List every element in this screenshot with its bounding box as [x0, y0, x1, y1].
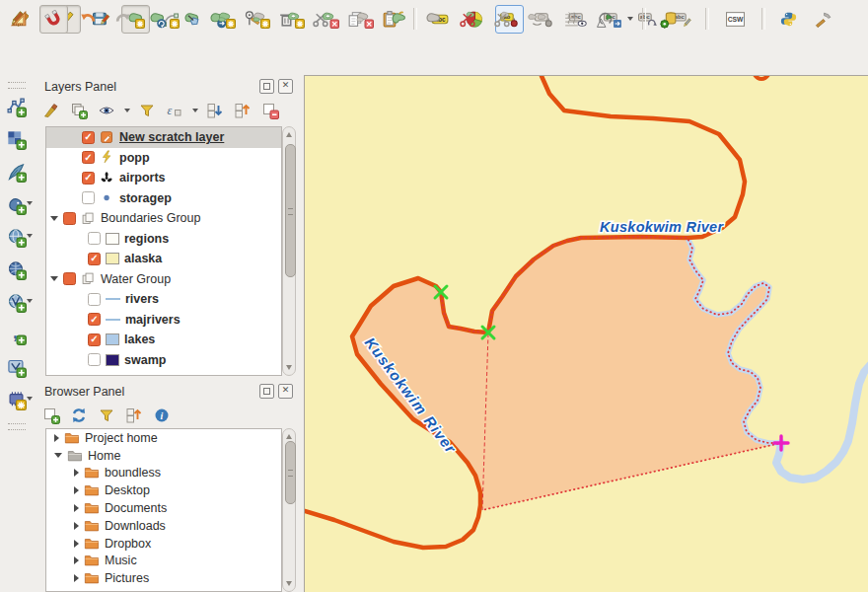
expand-arrow-icon[interactable]	[74, 556, 79, 564]
reshape-features-button[interactable]	[385, 5, 413, 34]
layer-checkbox[interactable]	[88, 232, 101, 245]
layers-panel-close-button[interactable]: ✕	[278, 79, 293, 94]
browser-item[interactable]: boundless	[46, 465, 281, 482]
layer-checkbox[interactable]	[82, 172, 95, 185]
expand-arrow-icon[interactable]	[50, 216, 58, 221]
layer-row[interactable]: storagep	[46, 188, 281, 209]
expand-arrow-icon[interactable]	[74, 486, 79, 494]
layer-checkbox[interactable]	[82, 151, 95, 164]
expand-arrow-icon[interactable]	[50, 276, 58, 281]
expand-arrow-icon[interactable]	[54, 434, 59, 442]
group-checkbox[interactable]	[63, 272, 76, 285]
browser-item[interactable]: Documents	[46, 499, 281, 517]
redo-button[interactable]	[108, 5, 137, 34]
align-distribute-button[interactable]	[557, 5, 586, 34]
group-checkbox[interactable]	[63, 212, 76, 225]
expand-arrow-icon[interactable]	[74, 504, 79, 512]
new-memory-layer-button[interactable]	[3, 388, 30, 411]
fill-ring-button[interactable]	[281, 5, 310, 34]
collapse-all-button[interactable]	[232, 100, 253, 121]
layers-scrollbar-thumb[interactable]	[285, 144, 296, 277]
db-sync-button[interactable]	[655, 5, 684, 34]
delete-part-button[interactable]	[350, 5, 379, 34]
expand-all-button[interactable]	[204, 100, 226, 121]
scroll-down-icon[interactable]	[286, 581, 292, 586]
expand-arrow-icon[interactable]	[74, 469, 79, 477]
layer-row[interactable]: popp	[46, 148, 281, 169]
manage-visibility-button[interactable]	[96, 100, 117, 121]
map-canvas[interactable]: Kuskokwim River Kuskokwim River	[304, 75, 868, 592]
add-group-button[interactable]	[68, 100, 90, 121]
scroll-up-icon[interactable]	[286, 434, 292, 439]
layer-row[interactable]: majrivers	[46, 310, 281, 331]
layer-row[interactable]: alaska	[46, 249, 281, 269]
layer-checkbox[interactable]	[88, 313, 101, 326]
layer-row[interactable]: rivers	[46, 289, 281, 310]
ruler-button[interactable]	[5, 5, 34, 34]
layer-checkbox[interactable]	[88, 253, 101, 265]
style-manager-button[interactable]	[40, 100, 62, 121]
add-raster-layer-button[interactable]	[3, 127, 30, 151]
filter-browser-button[interactable]	[96, 405, 117, 426]
layer-checkbox[interactable]	[88, 333, 101, 346]
layer-checkbox[interactable]	[88, 353, 101, 366]
delete-ring-button[interactable]	[316, 5, 344, 34]
filter-legend-button[interactable]	[136, 100, 158, 121]
add-part-button[interactable]	[247, 5, 275, 34]
layers-scrollbar[interactable]	[282, 126, 296, 376]
browser-scrollbar-thumb[interactable]	[285, 441, 296, 504]
layer-row[interactable]: swamp	[46, 350, 281, 371]
add-selected-layers-button[interactable]	[40, 405, 62, 426]
add-mssql-layer-button[interactable]	[3, 225, 30, 249]
layer-row[interactable]: New scratch layer	[46, 127, 281, 148]
expand-arrow-icon[interactable]	[74, 574, 79, 582]
simplify-feature-button[interactable]	[178, 5, 206, 34]
dropdown-arrow-icon[interactable]	[627, 17, 633, 21]
remove-layer-button[interactable]	[259, 100, 281, 121]
expand-arrow-icon[interactable]	[74, 540, 79, 548]
expand-arrow-icon[interactable]	[74, 522, 79, 530]
browser-item[interactable]: Desktop	[46, 481, 281, 499]
browser-item[interactable]: Dropbox	[46, 535, 281, 553]
split-parts-button[interactable]	[488, 5, 517, 34]
browser-item[interactable]: Home	[46, 447, 281, 465]
layer-group-row[interactable]: Water Group	[46, 269, 281, 290]
collapse-all-browser-button[interactable]	[123, 405, 145, 426]
filter-expression-button[interactable]: ε	[164, 100, 185, 121]
browser-item[interactable]: Music	[46, 553, 281, 570]
layer-row[interactable]: regions	[46, 229, 281, 250]
browser-scrollbar[interactable]	[282, 428, 296, 592]
layer-checkbox[interactable]	[82, 131, 95, 144]
dropdown-arrow-icon[interactable]	[192, 109, 198, 112]
undo-button[interactable]	[74, 5, 103, 34]
offset-curve-button[interactable]	[419, 5, 448, 34]
toolbar-handle[interactable]	[8, 423, 26, 430]
rotate-feature-button[interactable]	[143, 5, 172, 34]
browser-item[interactable]: Pictures	[46, 569, 281, 587]
add-vector-layer-button[interactable]	[3, 95, 30, 118]
expand-arrow-icon[interactable]	[54, 453, 62, 458]
add-spatialite-layer-button[interactable]	[3, 160, 30, 184]
scroll-down-icon[interactable]	[286, 365, 292, 370]
browser-item[interactable]: Project home	[46, 429, 281, 447]
layer-checkbox[interactable]	[88, 293, 101, 306]
add-wfs-layer-button[interactable]	[3, 290, 30, 314]
browser-panel-float-button[interactable]	[259, 384, 274, 399]
layer-row[interactable]: airports	[46, 168, 281, 188]
add-ring-button[interactable]	[212, 5, 241, 34]
refresh-button[interactable]	[68, 405, 90, 426]
properties-button[interactable]: i	[151, 405, 173, 426]
snapping-magnet-button[interactable]	[39, 5, 68, 34]
layer-group-row[interactable]: Boundaries Group	[46, 208, 281, 229]
browser-panel-close-button[interactable]: ✕	[278, 384, 293, 399]
scroll-up-icon[interactable]	[286, 132, 292, 137]
rotate-point-symbols-button[interactable]	[592, 5, 620, 34]
add-delimited-text-layer-button[interactable]: ,	[3, 323, 30, 346]
add-postgis-layer-button[interactable]	[3, 192, 30, 216]
add-oracle-layer-button[interactable]	[3, 258, 30, 281]
add-virtual-layer-button[interactable]	[3, 355, 30, 379]
dropdown-arrow-icon[interactable]	[124, 109, 130, 112]
layers-panel-float-button[interactable]	[259, 79, 274, 94]
layer-checkbox[interactable]	[82, 191, 95, 204]
browser-item[interactable]: Downloads	[46, 517, 281, 535]
